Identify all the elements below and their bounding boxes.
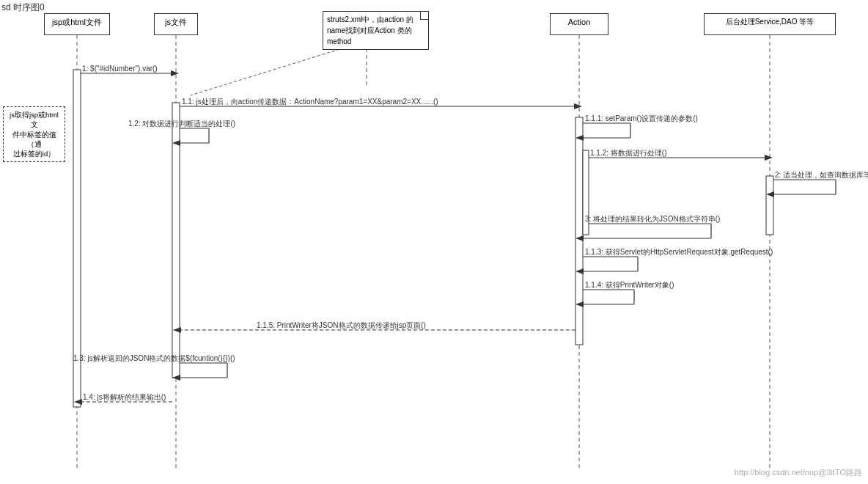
svg-marker-38 [575, 235, 584, 241]
svg-marker-28 [765, 155, 773, 161]
lifeline-backend: 后台处理Service,DAO 等等 [704, 13, 836, 35]
svg-marker-20 [172, 140, 180, 146]
svg-rect-7 [172, 103, 180, 378]
svg-text:1.3: js解析返回的JSON格式的数据$(fcuntio: 1.3: js解析返回的JSON格式的数据$(fcuntion(){})() [73, 354, 235, 362]
lifeline-js: js文件 [154, 13, 198, 35]
svg-marker-56 [172, 375, 180, 381]
svg-marker-59 [74, 399, 82, 405]
svg-text:1.1.3: 获得Servlet的HttpServletRe: 1.1.3: 获得Servlet的HttpServletRequest对象.ge… [585, 248, 773, 256]
svg-marker-51 [173, 327, 181, 333]
svg-line-3 [191, 48, 345, 95]
diagram-container: sd 时序图0 1: $("#idNumber").var() [0, 0, 868, 484]
note-jsp-side: js取得jsp或html文件中标签的值（通过标签的id） [3, 106, 65, 162]
svg-rect-6 [73, 70, 81, 407]
svg-text:3: 将处理的结果转化为JSON格式字符串(): 3: 将处理的结果转化为JSON格式字符串() [585, 215, 720, 223]
svg-text:2: 适当处理，如查询数据库等(): 2: 适当处理，如查询数据库等() [775, 171, 868, 179]
lifeline-jsp: jsp或html文件 [44, 13, 110, 35]
svg-text:1.1.2: 将数据进行处理(): 1.1.2: 将数据进行处理() [590, 149, 666, 157]
svg-marker-43 [575, 268, 584, 274]
svg-text:1.2: 对数据进行判断适当的处理(): 1.2: 对数据进行判断适当的处理() [128, 120, 235, 128]
svg-text:1.4: js将解析的结果输出(): 1.4: js将解析的结果输出() [83, 393, 166, 401]
svg-text:1: $("#idNumber").var(): 1: $("#idNumber").var() [82, 65, 158, 73]
svg-text:1.1.5: PrintWriter将JSON格式的数据传递: 1.1.5: PrintWriter将JSON格式的数据传递给jsp页面() [257, 321, 426, 329]
svg-text:1.1.4: 获得PrintWriter对象(): 1.1.4: 获得PrintWriter对象() [585, 281, 674, 289]
svg-marker-33 [766, 191, 774, 197]
svg-rect-8 [575, 117, 583, 345]
note-struts: struts2.xml中，由action 的name找到对应Action 类的m… [323, 11, 429, 50]
svg-rect-10 [766, 176, 773, 235]
svg-marker-15 [574, 103, 582, 109]
svg-rect-9 [583, 150, 589, 235]
svg-text:1.1: js处理后，向action传递数据：ActionN: 1.1: js处理后，向action传递数据：ActionName?param1… [182, 98, 438, 106]
diagram-svg: 1: $("#idNumber").var() 1.1: js处理后，向acti… [0, 0, 868, 484]
svg-marker-12 [171, 70, 179, 76]
svg-marker-48 [575, 301, 584, 307]
lifeline-action: Action [550, 13, 608, 35]
watermark: http://blog.csdn.net/nup@3itTO路路 [735, 467, 862, 478]
diagram-title: sd 时序图0 [1, 1, 45, 14]
svg-text:1.1.1: setParam()设置传递的参数(): 1.1.1: setParam()设置传递的参数() [585, 114, 698, 122]
svg-marker-25 [575, 135, 584, 141]
